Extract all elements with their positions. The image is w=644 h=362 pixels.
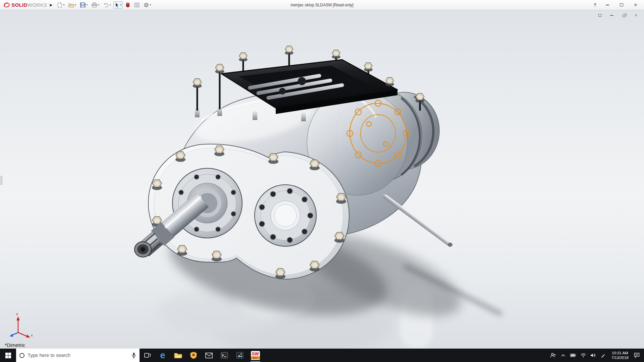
options-gear-button[interactable]: ▾	[142, 1, 152, 9]
brand-wordmark: SOLIDWORKS	[11, 2, 47, 8]
select-tool-button[interactable]: ▾	[113, 1, 123, 9]
task-view-button[interactable]	[140, 349, 155, 362]
triad-x-label: x	[31, 333, 33, 337]
taskbar-clock[interactable]: 10:31 AM 7/13/2018	[608, 351, 632, 360]
print-button[interactable]: ▾	[90, 1, 101, 9]
minimize-button[interactable]	[604, 2, 610, 8]
battery-icon[interactable]	[568, 349, 578, 362]
dropdown-arrow-icon[interactable]: ▾	[150, 3, 151, 6]
taskbar-search[interactable]	[16, 349, 140, 362]
clock-date: 7/13/2018	[611, 355, 629, 360]
view-triad[interactable]: Y x	[7, 312, 35, 340]
tray-chevron-up-icon[interactable]	[558, 349, 568, 362]
pen-icon[interactable]	[598, 349, 608, 362]
volume-icon[interactable]	[588, 349, 598, 362]
windows-taskbar: e SW2017	[0, 349, 644, 362]
clock-time: 10:31 AM	[611, 351, 629, 355]
open-document-button[interactable]: ▾	[67, 1, 77, 9]
panel-splitter-handle[interactable]	[0, 176, 2, 185]
front-face[interactable]	[135, 144, 349, 279]
edge-icon[interactable]: e	[155, 349, 170, 362]
help-icon[interactable]: ?	[594, 2, 596, 7]
security-app-icon[interactable]	[186, 349, 201, 362]
appearance-button[interactable]	[124, 1, 131, 9]
terminal-app-icon[interactable]	[217, 349, 232, 362]
maximize-button[interactable]	[619, 2, 625, 8]
window-controls: ? ×	[594, 2, 641, 8]
doc-minimize-button[interactable]	[608, 13, 615, 18]
close-button[interactable]: ×	[633, 2, 639, 8]
save-button[interactable]: ▾	[79, 1, 89, 9]
new-window-icon[interactable]	[596, 13, 603, 18]
mail-app-icon[interactable]	[201, 349, 217, 362]
design-table-button[interactable]	[133, 1, 141, 9]
titlebar: SOLIDWORKS ▶ ▾ ▾ ▾ ▾ ▾	[0, 0, 644, 10]
dropdown-arrow-icon[interactable]: ▾	[120, 3, 121, 6]
undo-button[interactable]: ▾	[102, 1, 112, 9]
system-tray: 10:31 AM 7/13/2018	[548, 349, 644, 362]
view-orientation-label: *Dimetric	[5, 342, 25, 348]
dropdown-arrow-icon[interactable]: ▾	[86, 3, 88, 6]
output-flange[interactable]	[255, 185, 316, 246]
solidworks-window: SOLIDWORKS ▶ ▾ ▾ ▾ ▾ ▾	[0, 0, 644, 362]
toolbar-flyout-arrow[interactable]: ▶	[50, 3, 53, 7]
people-icon[interactable]	[548, 349, 558, 362]
cortana-icon	[19, 353, 24, 358]
wifi-icon[interactable]	[578, 349, 588, 362]
dropdown-arrow-icon[interactable]: ▾	[98, 3, 99, 6]
document-window-controls: ×	[596, 13, 639, 18]
action-center-icon[interactable]	[632, 349, 642, 362]
document-title: menjac sklop.SLDASM [Read-only]	[290, 3, 353, 7]
file-explorer-icon[interactable]	[170, 349, 186, 362]
dropdown-arrow-icon[interactable]: ▾	[109, 3, 111, 6]
start-button[interactable]	[0, 349, 16, 362]
ds-logo-icon	[3, 2, 10, 8]
triad-y-label: Y	[16, 312, 18, 316]
media-app-icon[interactable]	[232, 349, 248, 362]
pinned-apps: e SW2017	[140, 349, 263, 362]
dropdown-arrow-icon[interactable]: ▾	[63, 3, 64, 6]
dropdown-arrow-icon[interactable]: ▾	[75, 3, 76, 6]
solidworks-app-icon[interactable]: SW2017	[248, 349, 263, 362]
quick-toolbar: ▾ ▾ ▾ ▾ ▾ ▾	[56, 1, 152, 9]
doc-close-button[interactable]: ×	[633, 13, 639, 18]
assembly-3d-model[interactable]	[0, 10, 644, 349]
graphics-area[interactable]: ×	[0, 10, 644, 349]
microphone-icon[interactable]	[131, 352, 136, 358]
new-document-button[interactable]: ▾	[56, 1, 66, 9]
search-input[interactable]	[28, 353, 128, 358]
doc-restore-button[interactable]	[621, 13, 627, 18]
output-shaft[interactable]	[385, 195, 452, 247]
